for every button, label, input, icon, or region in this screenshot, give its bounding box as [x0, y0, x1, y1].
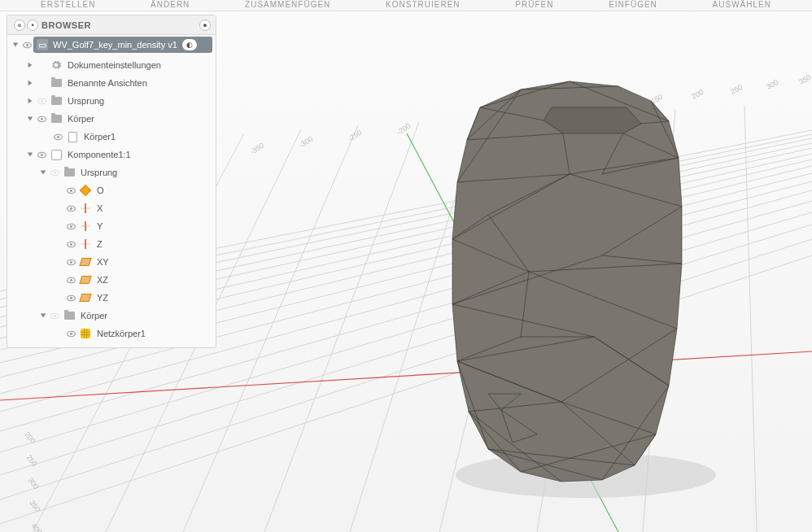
eye-icon[interactable] — [64, 273, 77, 286]
caret-icon[interactable] — [25, 114, 35, 124]
svg-point-56 — [41, 154, 43, 156]
mesh-body-netzkoerper1[interactable] — [452, 81, 682, 482]
eye-off-icon[interactable] — [48, 166, 61, 179]
menu-konstruieren[interactable]: KONSTRUIEREN — [361, 0, 484, 9]
svg-point-54 — [57, 136, 59, 138]
tree-axis-z[interactable]: Z — [7, 235, 216, 253]
svg-point-48 — [26, 44, 28, 46]
eye-icon[interactable] — [35, 148, 48, 161]
svg-text:-350: -350 — [249, 142, 266, 156]
menu-pruefen[interactable]: PRÜFEN — [491, 0, 578, 9]
tree-body1[interactable]: Körper1 — [7, 128, 216, 146]
tree-label: Komponente1:1 — [66, 150, 131, 159]
eye-icon[interactable] — [64, 220, 77, 233]
tree-label: O — [95, 185, 104, 195]
tree-origin[interactable]: Ursprung — [7, 92, 216, 110]
svg-text:200: 200 — [23, 430, 37, 445]
axis-icon — [79, 238, 92, 251]
svg-point-50 — [41, 100, 43, 102]
caret-icon[interactable] — [25, 78, 35, 88]
tree-label: Y — [95, 221, 103, 231]
caret-icon[interactable] — [11, 40, 20, 50]
tree-label: Dokumenteinstellungen — [66, 60, 161, 70]
menu-zusammenfuegen[interactable]: ZUSAMMENFÜGEN — [220, 0, 355, 9]
svg-text:300: 300 — [26, 476, 40, 491]
eye-off-icon[interactable] — [48, 309, 61, 322]
folder-icon — [63, 166, 76, 179]
eye-icon[interactable] — [64, 327, 77, 340]
gear-icon — [50, 59, 63, 72]
root-component-chip[interactable]: ▭ WV_Golf7_key_min_density v1 ◐ — [33, 37, 212, 53]
svg-text:250: 250 — [729, 83, 744, 96]
browser-header[interactable]: « • BROWSER ● — [7, 15, 216, 35]
caret-icon[interactable] — [38, 168, 48, 177]
caret-icon[interactable] — [25, 150, 35, 159]
tree-axis-y[interactable]: Y — [7, 217, 216, 235]
eye-icon[interactable] — [64, 184, 77, 197]
svg-text:-300: -300 — [298, 135, 315, 150]
tree-doc-settings[interactable]: Dokumenteinstellungen — [7, 56, 216, 74]
tree-origin-o[interactable]: O — [7, 181, 216, 199]
tree-label: Z — [95, 239, 103, 249]
tree-label: XZ — [95, 275, 108, 285]
caret-icon[interactable] — [25, 96, 35, 106]
tree-meshbody1[interactable]: Netzkörper1 — [7, 325, 216, 342]
origin-point-icon — [79, 184, 92, 197]
tree-label: Ursprung — [66, 96, 104, 106]
caret-icon[interactable] — [25, 60, 35, 70]
svg-point-74 — [54, 315, 56, 317]
menu-aendern[interactable]: ÄNDERN — [126, 0, 214, 9]
eye-icon[interactable] — [35, 112, 48, 125]
tree-axis-x[interactable]: X — [7, 199, 216, 217]
tree-label: Ursprung — [79, 168, 117, 177]
svg-marker-45 — [452, 81, 682, 482]
tree-label: YZ — [95, 293, 108, 303]
svg-line-19 — [264, 122, 419, 532]
browser-panel: « • BROWSER ● ▭ WV_Golf7_key_min_density… — [7, 15, 216, 348]
svg-text:350: 350 — [28, 499, 41, 513]
axis-icon — [79, 220, 92, 233]
tree-component1[interactable]: Komponente1:1 — [7, 146, 216, 164]
root-badge[interactable]: ◐ — [182, 39, 197, 50]
eye-icon[interactable] — [20, 38, 33, 51]
folder-icon — [63, 309, 76, 322]
svg-text:-250: -250 — [347, 129, 364, 143]
svg-text:250: 250 — [24, 453, 38, 468]
svg-text:200: 200 — [690, 88, 705, 101]
document-icon: ▭ — [37, 39, 48, 50]
tree-comp-bodies[interactable]: Körper — [7, 307, 216, 325]
eye-icon[interactable] — [64, 255, 77, 268]
root-name: WV_Golf7_key_min_density v1 — [53, 40, 177, 50]
svg-point-72 — [70, 297, 72, 299]
tree-label: Körper — [79, 311, 107, 321]
eye-off-icon[interactable] — [35, 94, 48, 107]
menu-auswaehlen[interactable]: AUSWÄHLEN — [688, 0, 796, 9]
tree-plane-yz[interactable]: YZ — [7, 289, 216, 307]
plane-icon — [79, 255, 92, 268]
svg-point-52 — [41, 118, 43, 120]
menu-erstellen[interactable]: ERSTELLEN — [16, 0, 120, 9]
tree-plane-xz[interactable]: XZ — [7, 271, 216, 289]
eye-icon[interactable] — [64, 291, 77, 304]
body-icon — [66, 130, 79, 143]
folder-icon — [50, 112, 63, 125]
tree-named-views[interactable]: Benannte Ansichten — [7, 74, 216, 92]
svg-line-25 — [0, 351, 812, 400]
browser-tree: Dokumenteinstellungen Benannte Ansichten… — [7, 55, 216, 347]
axis-icon — [79, 202, 92, 215]
history-back-icon[interactable]: « — [14, 20, 25, 31]
eye-icon[interactable] — [51, 130, 64, 143]
tree-plane-xy[interactable]: XY — [7, 253, 216, 271]
tree-comp-origin[interactable]: Ursprung — [7, 164, 216, 181]
history-fwd-icon[interactable]: • — [27, 20, 38, 31]
eye-icon[interactable] — [64, 238, 77, 251]
tree-label: Körper1 — [82, 132, 116, 142]
svg-point-70 — [70, 279, 72, 281]
panel-collapse-icon[interactable]: ● — [199, 20, 211, 31]
tree-bodies[interactable]: Körper — [7, 110, 216, 128]
caret-icon[interactable] — [38, 311, 48, 321]
svg-text:350: 350 — [797, 73, 812, 86]
eye-icon[interactable] — [64, 202, 77, 215]
tree-label: X — [95, 203, 103, 213]
menu-einfuegen[interactable]: EINFÜGEN — [584, 0, 682, 9]
